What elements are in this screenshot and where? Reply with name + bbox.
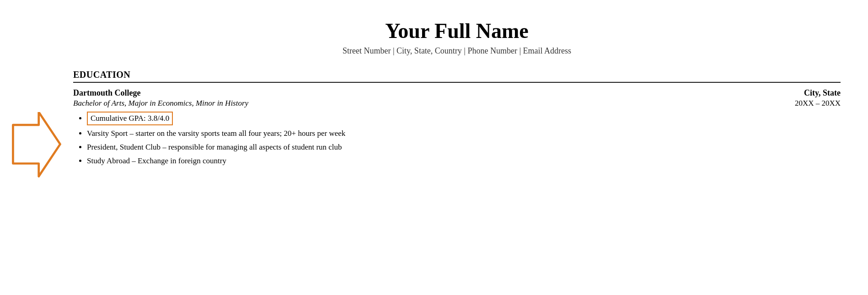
resume-content: Your Full Name Street Number | City, Sta… — [73, 9, 841, 169]
full-name: Your Full Name — [73, 18, 841, 43]
degree-line: Bachelor of Arts, Major in Economics, Mi… — [73, 99, 749, 108]
varsity-text: Varsity Sport – starter on the varsity s… — [87, 129, 345, 138]
list-item-gpa: Cumulative GPA: 3.8/4.0 — [87, 112, 841, 125]
date-right: 20XX – 20XX — [749, 98, 841, 108]
education-row: Dartmouth College City, State — [73, 88, 841, 98]
date-range: 20XX – 20XX — [749, 99, 841, 108]
college-name: Dartmouth College — [73, 88, 140, 97]
list-item-president: President, Student Club – responsible fo… — [87, 142, 841, 153]
bullet-list: Cumulative GPA: 3.8/4.0 Varsity Sport – … — [73, 112, 841, 166]
section-divider — [73, 82, 841, 83]
education-left: Dartmouth College — [73, 88, 749, 98]
list-item-varsity: Varsity Sport – starter on the varsity s… — [87, 128, 841, 139]
gpa-highlight: Cumulative GPA: 3.8/4.0 — [87, 112, 173, 125]
degree-row: Bachelor of Arts, Major in Economics, Mi… — [73, 98, 841, 108]
college-location: City, State — [804, 88, 841, 97]
arrow-container — [9, 110, 64, 183]
education-title: EDUCATION — [73, 70, 841, 80]
svg-marker-0 — [13, 112, 60, 177]
list-item-study-abroad: Study Abroad – Exchange in foreign count… — [87, 156, 841, 166]
president-text: President, Student Club – responsible fo… — [87, 143, 342, 151]
degree-left: Bachelor of Arts, Major in Economics, Mi… — [73, 98, 749, 108]
education-right: City, State — [749, 88, 841, 98]
resume-header: Your Full Name Street Number | City, Sta… — [73, 18, 841, 56]
arrow-icon — [11, 112, 62, 181]
study-abroad-text: Study Abroad – Exchange in foreign count… — [87, 156, 226, 165]
contact-info: Street Number | City, State, Country | P… — [73, 46, 841, 56]
education-section: EDUCATION Dartmouth College City, State … — [73, 70, 841, 166]
page-wrapper: Your Full Name Street Number | City, Sta… — [0, 0, 868, 295]
